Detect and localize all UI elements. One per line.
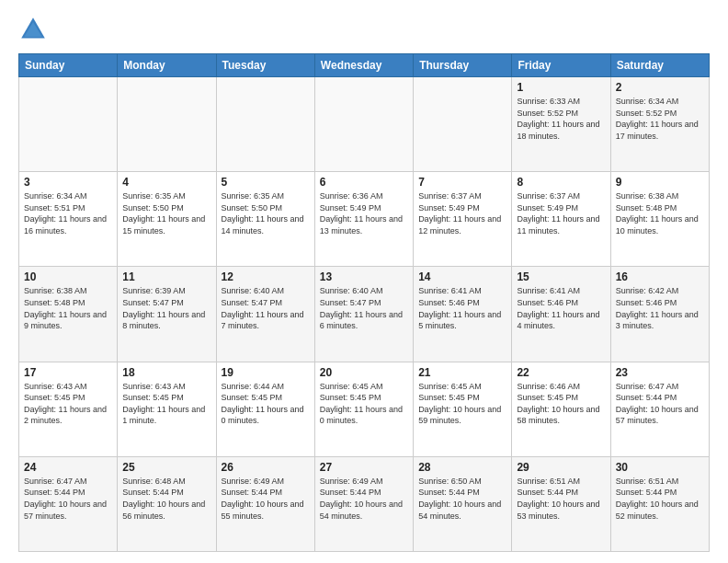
calendar-cell: 5Sunrise: 6:35 AM Sunset: 5:50 PM Daylig… <box>216 172 314 267</box>
calendar-week-4: 17Sunrise: 6:43 AM Sunset: 5:45 PM Dayli… <box>19 362 710 456</box>
day-header-sunday: Sunday <box>19 54 118 77</box>
calendar-cell: 9Sunrise: 6:38 AM Sunset: 5:48 PM Daylig… <box>610 172 709 267</box>
day-number: 8 <box>517 176 605 189</box>
calendar-cell: 18Sunrise: 6:43 AM Sunset: 5:45 PM Dayli… <box>118 362 216 456</box>
day-info: Sunrise: 6:38 AM Sunset: 5:48 PM Dayligh… <box>616 190 704 236</box>
day-info: Sunrise: 6:49 AM Sunset: 5:44 PM Dayligh… <box>320 476 408 522</box>
day-info: Sunrise: 6:43 AM Sunset: 5:45 PM Dayligh… <box>24 381 112 427</box>
calendar-cell: 10Sunrise: 6:38 AM Sunset: 5:48 PM Dayli… <box>19 267 118 362</box>
day-number: 21 <box>418 366 506 379</box>
calendar-cell: 20Sunrise: 6:45 AM Sunset: 5:45 PM Dayli… <box>314 362 413 456</box>
calendar-week-2: 3Sunrise: 6:34 AM Sunset: 5:51 PM Daylig… <box>19 172 710 267</box>
day-number: 30 <box>616 461 704 474</box>
calendar-cell: 29Sunrise: 6:51 AM Sunset: 5:44 PM Dayli… <box>512 456 610 551</box>
calendar-cell: 21Sunrise: 6:45 AM Sunset: 5:45 PM Dayli… <box>414 362 512 456</box>
day-number: 24 <box>24 461 112 474</box>
day-info: Sunrise: 6:34 AM Sunset: 5:52 PM Dayligh… <box>616 96 704 142</box>
day-info: Sunrise: 6:50 AM Sunset: 5:44 PM Dayligh… <box>418 476 506 522</box>
day-number: 3 <box>24 176 112 189</box>
day-info: Sunrise: 6:44 AM Sunset: 5:45 PM Dayligh… <box>222 381 310 427</box>
day-info: Sunrise: 6:45 AM Sunset: 5:45 PM Dayligh… <box>320 381 408 427</box>
day-number: 15 <box>517 270 605 283</box>
calendar-cell: 19Sunrise: 6:44 AM Sunset: 5:45 PM Dayli… <box>216 362 314 456</box>
day-info: Sunrise: 6:51 AM Sunset: 5:44 PM Dayligh… <box>517 476 605 522</box>
logo-icon <box>18 15 48 44</box>
calendar-cell: 24Sunrise: 6:47 AM Sunset: 5:44 PM Dayli… <box>19 456 118 551</box>
day-info: Sunrise: 6:47 AM Sunset: 5:44 PM Dayligh… <box>24 476 112 522</box>
day-number: 2 <box>616 81 704 94</box>
day-info: Sunrise: 6:37 AM Sunset: 5:49 PM Dayligh… <box>418 190 506 236</box>
calendar-cell <box>414 77 512 172</box>
calendar-cell: 23Sunrise: 6:47 AM Sunset: 5:44 PM Dayli… <box>610 362 709 456</box>
day-header-monday: Monday <box>118 54 216 77</box>
day-info: Sunrise: 6:40 AM Sunset: 5:47 PM Dayligh… <box>222 285 310 331</box>
day-number: 10 <box>24 270 112 283</box>
day-info: Sunrise: 6:45 AM Sunset: 5:45 PM Dayligh… <box>418 381 506 427</box>
day-info: Sunrise: 6:41 AM Sunset: 5:46 PM Dayligh… <box>418 285 506 331</box>
calendar-cell: 30Sunrise: 6:51 AM Sunset: 5:44 PM Dayli… <box>610 456 709 551</box>
logo <box>18 15 51 44</box>
day-info: Sunrise: 6:48 AM Sunset: 5:44 PM Dayligh… <box>122 476 210 522</box>
day-info: Sunrise: 6:33 AM Sunset: 5:52 PM Dayligh… <box>517 96 605 142</box>
calendar-week-1: 1Sunrise: 6:33 AM Sunset: 5:52 PM Daylig… <box>19 77 710 172</box>
calendar-cell <box>314 77 413 172</box>
day-header-thursday: Thursday <box>414 54 512 77</box>
day-info: Sunrise: 6:35 AM Sunset: 5:50 PM Dayligh… <box>222 190 310 236</box>
calendar-cell: 22Sunrise: 6:46 AM Sunset: 5:45 PM Dayli… <box>512 362 610 456</box>
calendar-cell: 6Sunrise: 6:36 AM Sunset: 5:49 PM Daylig… <box>314 172 413 267</box>
day-number: 23 <box>616 366 704 379</box>
day-info: Sunrise: 6:49 AM Sunset: 5:44 PM Dayligh… <box>222 476 310 522</box>
day-number: 4 <box>122 176 210 189</box>
day-number: 29 <box>517 461 605 474</box>
calendar-cell: 11Sunrise: 6:39 AM Sunset: 5:47 PM Dayli… <box>118 267 216 362</box>
calendar-cell <box>118 77 216 172</box>
day-number: 13 <box>320 270 408 283</box>
calendar-cell: 14Sunrise: 6:41 AM Sunset: 5:46 PM Dayli… <box>414 267 512 362</box>
day-info: Sunrise: 6:40 AM Sunset: 5:47 PM Dayligh… <box>320 285 408 331</box>
calendar-cell: 7Sunrise: 6:37 AM Sunset: 5:49 PM Daylig… <box>414 172 512 267</box>
day-number: 5 <box>222 176 310 189</box>
day-info: Sunrise: 6:41 AM Sunset: 5:46 PM Dayligh… <box>517 285 605 331</box>
day-header-tuesday: Tuesday <box>216 54 314 77</box>
calendar-cell: 1Sunrise: 6:33 AM Sunset: 5:52 PM Daylig… <box>512 77 610 172</box>
calendar-cell: 25Sunrise: 6:48 AM Sunset: 5:44 PM Dayli… <box>118 456 216 551</box>
calendar-header-row: SundayMondayTuesdayWednesdayThursdayFrid… <box>19 54 710 77</box>
calendar-cell: 16Sunrise: 6:42 AM Sunset: 5:46 PM Dayli… <box>610 267 709 362</box>
day-info: Sunrise: 6:46 AM Sunset: 5:45 PM Dayligh… <box>517 381 605 427</box>
day-number: 11 <box>122 270 210 283</box>
day-info: Sunrise: 6:42 AM Sunset: 5:46 PM Dayligh… <box>616 285 704 331</box>
calendar-cell: 3Sunrise: 6:34 AM Sunset: 5:51 PM Daylig… <box>19 172 118 267</box>
day-number: 25 <box>122 461 210 474</box>
day-number: 12 <box>222 270 310 283</box>
day-info: Sunrise: 6:51 AM Sunset: 5:44 PM Dayligh… <box>616 476 704 522</box>
day-info: Sunrise: 6:43 AM Sunset: 5:45 PM Dayligh… <box>122 381 210 427</box>
calendar-cell: 27Sunrise: 6:49 AM Sunset: 5:44 PM Dayli… <box>314 456 413 551</box>
day-number: 9 <box>616 176 704 189</box>
day-info: Sunrise: 6:39 AM Sunset: 5:47 PM Dayligh… <box>122 285 210 331</box>
day-header-friday: Friday <box>512 54 610 77</box>
day-number: 14 <box>418 270 506 283</box>
day-header-saturday: Saturday <box>610 54 709 77</box>
calendar-cell: 8Sunrise: 6:37 AM Sunset: 5:49 PM Daylig… <box>512 172 610 267</box>
day-number: 28 <box>418 461 506 474</box>
day-number: 6 <box>320 176 408 189</box>
day-info: Sunrise: 6:47 AM Sunset: 5:44 PM Dayligh… <box>616 381 704 427</box>
day-number: 20 <box>320 366 408 379</box>
day-info: Sunrise: 6:35 AM Sunset: 5:50 PM Dayligh… <box>122 190 210 236</box>
day-number: 16 <box>616 270 704 283</box>
calendar-week-5: 24Sunrise: 6:47 AM Sunset: 5:44 PM Dayli… <box>19 456 710 551</box>
calendar-table: SundayMondayTuesdayWednesdayThursdayFrid… <box>18 53 710 552</box>
calendar-cell <box>216 77 314 172</box>
page: SundayMondayTuesdayWednesdayThursdayFrid… <box>0 0 728 563</box>
day-info: Sunrise: 6:37 AM Sunset: 5:49 PM Dayligh… <box>517 190 605 236</box>
day-info: Sunrise: 6:38 AM Sunset: 5:48 PM Dayligh… <box>24 285 112 331</box>
calendar-cell <box>19 77 118 172</box>
calendar-cell: 26Sunrise: 6:49 AM Sunset: 5:44 PM Dayli… <box>216 456 314 551</box>
calendar-cell: 28Sunrise: 6:50 AM Sunset: 5:44 PM Dayli… <box>414 456 512 551</box>
calendar-cell: 2Sunrise: 6:34 AM Sunset: 5:52 PM Daylig… <box>610 77 709 172</box>
day-number: 7 <box>418 176 506 189</box>
day-number: 1 <box>517 81 605 94</box>
calendar-cell: 4Sunrise: 6:35 AM Sunset: 5:50 PM Daylig… <box>118 172 216 267</box>
day-info: Sunrise: 6:34 AM Sunset: 5:51 PM Dayligh… <box>24 190 112 236</box>
calendar-cell: 12Sunrise: 6:40 AM Sunset: 5:47 PM Dayli… <box>216 267 314 362</box>
